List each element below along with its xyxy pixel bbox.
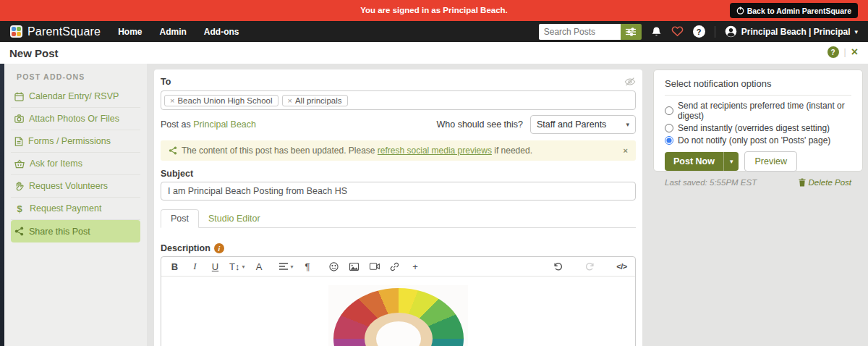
- sidebar-header: POST ADD-ONS: [4, 72, 147, 85]
- calendar-icon: [14, 92, 24, 101]
- navbar-right: ? Principal Beach | Principal ▾: [539, 24, 858, 40]
- last-saved-text: Last saved: 5:55PM EST: [665, 178, 757, 187]
- emoji-button[interactable]: [328, 259, 340, 274]
- radio-label[interactable]: Do not notify (only post on 'Posts' page…: [678, 135, 830, 145]
- underline-button[interactable]: U: [209, 259, 221, 274]
- radio-input[interactable]: [665, 106, 673, 115]
- emoji-icon: [329, 262, 339, 271]
- post-as-text: Post as Principal Beach: [161, 119, 256, 130]
- video-icon: [370, 263, 380, 270]
- notification-options: Send at recipients preferred time (insta…: [665, 101, 851, 145]
- eye-slash-icon[interactable]: [624, 77, 636, 87]
- recipient-chip: × All principals: [282, 95, 348, 106]
- align-button[interactable]: ▾: [279, 259, 293, 274]
- preview-button[interactable]: Preview: [744, 151, 796, 172]
- to-label: To: [161, 77, 171, 87]
- sidebar-item-ask-for-items[interactable]: Ask for Items: [11, 153, 140, 175]
- recipient-chip: × Beach Union High School: [164, 95, 278, 106]
- post-as-user-link[interactable]: Principal Beach: [193, 119, 256, 130]
- sidebar-item-label: Request Payment: [30, 203, 101, 214]
- insert-more-button[interactable]: +: [409, 259, 421, 274]
- font-size-button[interactable]: T↕▾: [229, 259, 244, 274]
- redo-button[interactable]: [584, 259, 596, 274]
- search-filter-button[interactable]: [621, 24, 642, 40]
- header-actions: ? | ×: [827, 46, 858, 58]
- radio-input[interactable]: [665, 124, 673, 132]
- radio-label[interactable]: Send instantly (overrides digest setting…: [678, 123, 830, 133]
- insert-link-button[interactable]: [388, 259, 401, 274]
- post-now-dropdown-icon[interactable]: ▾: [723, 152, 739, 171]
- audience-label: Who should see this?: [436, 119, 523, 130]
- recipient-chip-label: All principals: [295, 96, 342, 105]
- hand-icon: [14, 182, 24, 191]
- page-header: New Post ? | ×: [0, 42, 868, 64]
- insert-video-button[interactable]: [368, 259, 380, 274]
- undo-button[interactable]: [552, 259, 564, 274]
- sidebar-item-request-payment[interactable]: $ Request Payment: [11, 198, 140, 220]
- dismiss-notice-icon[interactable]: ×: [624, 146, 628, 155]
- remove-chip-icon[interactable]: ×: [170, 96, 174, 105]
- paragraph-format-button[interactable]: ¶: [301, 259, 313, 274]
- nav-link-home[interactable]: Home: [118, 27, 142, 37]
- insert-image-button[interactable]: [348, 259, 360, 274]
- trash-icon: [799, 178, 806, 187]
- nav-divider: [715, 26, 715, 38]
- editor-tabs: Post Studio Editor: [161, 208, 636, 228]
- sidebar-item-attach-photos[interactable]: Attach Photos Or Files: [11, 108, 140, 130]
- code-view-button[interactable]: </>: [616, 259, 628, 274]
- parentsquare-app: You are signed in as Principal Beach. Ba…: [0, 0, 868, 346]
- header-separator: |: [844, 47, 846, 57]
- recipient-chip-label: Beach Union High School: [177, 96, 272, 105]
- align-left-icon: [279, 263, 288, 270]
- audience-select[interactable]: Staff and Parents ▾: [530, 115, 636, 134]
- close-icon[interactable]: ×: [851, 46, 858, 58]
- radio-option-do-not-notify[interactable]: Do not notify (only post on 'Posts' page…: [665, 135, 851, 145]
- dollar-icon: $: [14, 203, 25, 214]
- info-icon[interactable]: i: [214, 243, 224, 253]
- back-to-admin-button[interactable]: Back to Admin ParentSquare: [730, 3, 858, 18]
- notifications-bell-icon[interactable]: [651, 26, 662, 38]
- brand-logo-group[interactable]: ParentSquare: [10, 25, 101, 38]
- radio-option-send-instantly[interactable]: Send instantly (overrides digest setting…: [665, 123, 851, 133]
- radio-input[interactable]: [665, 136, 673, 145]
- help-icon[interactable]: ?: [693, 25, 705, 38]
- image-icon: [349, 263, 359, 271]
- notification-options-panel: Select notification options Send at reci…: [653, 69, 863, 172]
- post-now-button[interactable]: Post Now: [665, 152, 723, 171]
- power-icon: [736, 7, 744, 14]
- refresh-previews-link[interactable]: refresh social media previews: [378, 145, 492, 156]
- sidebar-item-calendar-rsvp[interactable]: Calendar Entry/ RSVP: [11, 85, 140, 108]
- sidebar-item-label: Share this Post: [29, 227, 90, 237]
- sidebar-item-forms-permissions[interactable]: Forms / Permissions: [11, 130, 140, 153]
- brand-name: ParentSquare: [27, 25, 101, 38]
- page-help-icon[interactable]: ?: [827, 46, 839, 58]
- search-group: [539, 24, 642, 40]
- text-color-button[interactable]: A: [252, 259, 265, 274]
- subject-input[interactable]: [161, 182, 636, 201]
- sidebar-item-label: Calendar Entry/ RSVP: [29, 91, 119, 101]
- rich-text-editor: B I U T↕▾ A ▾ ¶: [161, 256, 636, 346]
- post-now-split-button: Post Now ▾: [665, 152, 739, 171]
- radio-option-preferred-time[interactable]: Send at recipients preferred time (insta…: [665, 101, 851, 121]
- parentsquare-logo-icon: [10, 25, 22, 38]
- editor-toolbar: B I U T↕▾ A ▾ ¶: [161, 257, 635, 277]
- nav-link-addons[interactable]: Add-ons: [204, 27, 239, 37]
- delete-post-button[interactable]: Delete Post: [799, 178, 851, 187]
- radio-label[interactable]: Send at recipients preferred time (insta…: [678, 101, 851, 121]
- sidebar-item-request-volunteers[interactable]: Request Volunteers: [11, 175, 140, 198]
- bold-button[interactable]: B: [169, 259, 181, 274]
- wishlist-heart-icon[interactable]: [671, 26, 684, 37]
- sidebar-item-share-this-post[interactable]: Share this Post: [11, 220, 140, 242]
- tab-studio-editor[interactable]: Studio Editor: [199, 210, 270, 227]
- remove-chip-icon[interactable]: ×: [288, 96, 292, 105]
- chevron-down-icon: ▾: [626, 121, 629, 128]
- share-icon: [169, 146, 177, 155]
- recipients-input[interactable]: × Beach Union High School × All principa…: [161, 90, 636, 110]
- user-menu[interactable]: Principal Beach | Principal ▾: [725, 25, 858, 38]
- sidebar-item-label: Forms / Permissions: [28, 136, 111, 146]
- tab-post[interactable]: Post: [161, 209, 199, 228]
- italic-button[interactable]: I: [189, 259, 201, 274]
- nav-link-admin[interactable]: Admin: [159, 27, 186, 37]
- search-input[interactable]: [539, 24, 621, 40]
- editor-content[interactable]: [161, 277, 635, 346]
